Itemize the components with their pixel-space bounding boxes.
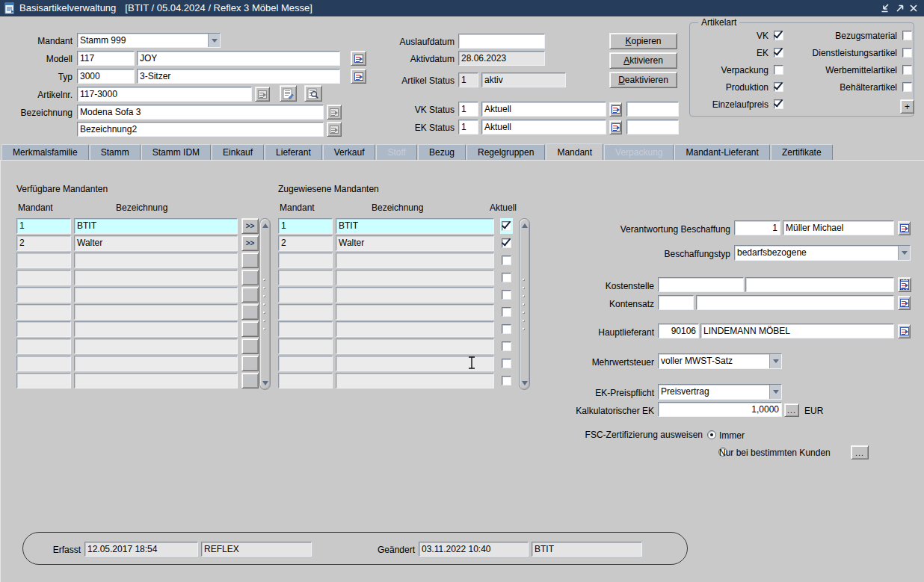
- hauptlieferant-lov-button[interactable]: [898, 324, 911, 338]
- mandant-cell[interactable]: [278, 373, 333, 388]
- bezeichnung-cell[interactable]: [336, 287, 494, 303]
- kontensatz-code-field[interactable]: [658, 295, 694, 310]
- kalkulatorischer-ek-field[interactable]: 1,0000: [658, 402, 782, 417]
- assign-mandant-button[interactable]: >>: [241, 356, 259, 371]
- bezeichnung2-field[interactable]: Bezeichnung2: [77, 122, 324, 137]
- artikelart-checkbox[interactable]: [902, 48, 912, 58]
- vk-status-code-field[interactable]: 1: [458, 102, 478, 117]
- scroll-down-icon[interactable]: [261, 378, 269, 388]
- tab-3[interactable]: Einkauf: [212, 144, 264, 160]
- edit-article-button[interactable]: [280, 85, 297, 102]
- mehrwertsteuer-select[interactable]: voller MWST-Satz: [658, 353, 782, 369]
- tab-6[interactable]: Stoff: [376, 144, 416, 160]
- scroll-up-icon[interactable]: [520, 220, 529, 230]
- artikelnr-field[interactable]: 117-3000: [77, 87, 252, 102]
- typ-code-field[interactable]: 3000: [77, 69, 135, 84]
- mandant-cell[interactable]: [278, 356, 333, 371]
- aktuell-checkbox[interactable]: [502, 273, 511, 282]
- artikelart-checkbox[interactable]: [902, 31, 912, 40]
- assign-mandant-button[interactable]: >>: [241, 218, 259, 234]
- artikelart-checkbox[interactable]: [774, 99, 783, 109]
- assign-mandant-button[interactable]: >>: [241, 373, 259, 388]
- mandant-cell[interactable]: 1: [278, 218, 333, 234]
- bezeichnung-cell[interactable]: [336, 338, 494, 354]
- assign-mandant-button[interactable]: >>: [241, 321, 259, 337]
- assign-mandant-button[interactable]: >>: [241, 270, 259, 285]
- mandant-cell[interactable]: [16, 253, 71, 268]
- mandant-cell[interactable]: 2: [16, 235, 71, 251]
- verantwortung-name-field[interactable]: Müller Michael: [783, 220, 894, 235]
- beschaffungstyp-select[interactable]: bedarfsbezogene: [734, 245, 911, 261]
- assign-mandant-button[interactable]: >>: [241, 287, 259, 303]
- assign-mandant-button[interactable]: >>: [241, 235, 259, 251]
- verantwortung-lov-button[interactable]: [898, 221, 911, 235]
- bezeichnung-cell[interactable]: BTIT: [336, 218, 494, 234]
- bezeichnung-cell[interactable]: [74, 270, 238, 285]
- aktuell-checkbox[interactable]: [502, 324, 511, 334]
- mandant-cell[interactable]: 2: [278, 235, 333, 251]
- ek-status-text-field[interactable]: Aktuell: [481, 120, 606, 134]
- mandant-cell[interactable]: [16, 304, 71, 320]
- mandant-cell[interactable]: 1: [16, 218, 71, 234]
- artikelart-checkbox[interactable]: [774, 31, 783, 40]
- bezeichnung-cell[interactable]: [336, 373, 494, 388]
- tab-9[interactable]: Mandant: [546, 143, 603, 160]
- deaktivieren-button[interactable]: Deaktivieren: [609, 72, 677, 88]
- aktuell-checkbox[interactable]: [502, 341, 511, 351]
- bezeichnung-cell[interactable]: [74, 373, 238, 388]
- ek-status-code-field[interactable]: 1: [458, 120, 478, 134]
- tab-5[interactable]: Verkauf: [323, 144, 376, 160]
- tab-2[interactable]: Stamm IDM: [141, 144, 211, 160]
- preview-article-button[interactable]: [304, 85, 322, 102]
- kontensatz-lov-button[interactable]: [898, 296, 911, 310]
- mandant-cell[interactable]: [16, 356, 71, 371]
- kontensatz-name-field[interactable]: [696, 295, 894, 310]
- kopieren-button[interactable]: Kopieren: [609, 33, 677, 49]
- bezeichnung-cell[interactable]: [336, 253, 494, 268]
- assign-mandant-button[interactable]: >>: [241, 338, 259, 354]
- mandant-cell[interactable]: [16, 270, 71, 285]
- verantwortung-code-field[interactable]: 1: [734, 220, 780, 235]
- artikelart-checkbox[interactable]: [774, 65, 783, 75]
- aktuell-checkbox[interactable]: [502, 290, 511, 300]
- mandant-cell[interactable]: [16, 373, 71, 388]
- tab-0[interactable]: Merkmalsfamilie: [1, 144, 89, 160]
- bezeichnung-cell[interactable]: [336, 304, 494, 320]
- mandant-cell[interactable]: [278, 270, 333, 285]
- bezeichnung-cell[interactable]: [336, 321, 494, 337]
- mandant-cell[interactable]: [16, 338, 71, 354]
- artikelart-checkbox[interactable]: [774, 48, 783, 58]
- mandant-cell[interactable]: [278, 253, 333, 268]
- bezeichnung-cell[interactable]: [74, 356, 238, 371]
- modell-code-field[interactable]: 117: [77, 51, 135, 66]
- tab-4[interactable]: Lieferant: [265, 144, 322, 160]
- bezeichnung-cell[interactable]: [74, 287, 238, 303]
- fsc-radio-immer[interactable]: [707, 430, 716, 439]
- aktuell-checkbox[interactable]: [502, 359, 511, 368]
- close-icon[interactable]: [908, 2, 920, 14]
- scroll-up-icon[interactable]: [261, 220, 269, 230]
- hauptlieferant-code-field[interactable]: 90106: [658, 323, 699, 338]
- assign-mandant-button[interactable]: >>: [241, 253, 259, 268]
- available-table-scrollbar[interactable]: [259, 218, 271, 390]
- bezeichnung1-field[interactable]: Modena Sofa 3: [77, 105, 324, 120]
- minimize-icon[interactable]: [879, 2, 891, 14]
- tab-1[interactable]: Stamm: [90, 144, 141, 160]
- artikelart-checkbox[interactable]: [774, 82, 783, 92]
- vk-status-extra-field[interactable]: [626, 102, 679, 117]
- chevron-down-icon[interactable]: [769, 354, 781, 368]
- aktivieren-button[interactable]: Aktivieren: [609, 52, 677, 69]
- kalkulatorischer-ek-more-button[interactable]: ...: [784, 403, 799, 417]
- bezeichnung-cell[interactable]: [74, 253, 238, 268]
- bezeichnung-cell[interactable]: [336, 270, 494, 285]
- mandant-cell[interactable]: [278, 321, 333, 337]
- kostenstelle-name-field[interactable]: [745, 277, 894, 292]
- vk-status-lov-button[interactable]: [609, 102, 622, 117]
- kostenstelle-code-field[interactable]: [658, 277, 744, 292]
- hauptlieferant-name-field[interactable]: LINDEMANN MÖBEL: [700, 323, 894, 338]
- bezeichnung-cell[interactable]: [74, 304, 238, 320]
- tab-8[interactable]: Regelgruppen: [466, 144, 545, 160]
- bezeichnung-cell[interactable]: Walter: [336, 235, 494, 251]
- typ-name-field[interactable]: 3-Sitzer: [137, 69, 340, 84]
- aktuell-checkbox[interactable]: [502, 307, 511, 317]
